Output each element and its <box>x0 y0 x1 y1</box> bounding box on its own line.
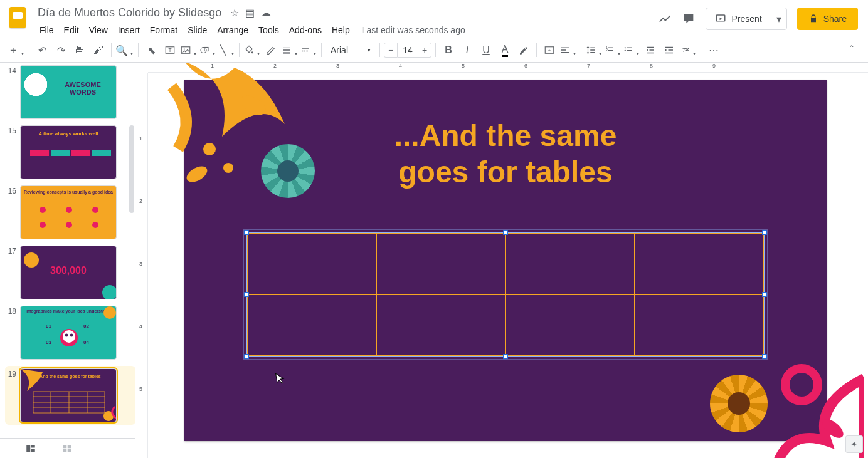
border-dash-button[interactable] <box>300 41 317 59</box>
cloud-status-icon[interactable]: ☁ <box>261 7 271 19</box>
star-icon[interactable]: ☆ <box>230 7 239 19</box>
slide-thumb-18[interactable]: 18 Infographics make your idea understab… <box>5 306 135 360</box>
slide-canvas[interactable]: ...And the same goes for tables <box>184 80 827 441</box>
border-weight-button[interactable] <box>281 41 299 59</box>
svg-rect-68 <box>31 445 35 447</box>
slide-table-selected[interactable] <box>246 232 765 357</box>
move-folder-icon[interactable]: ▤ <box>245 7 255 19</box>
print-button[interactable]: 🖶 <box>71 41 88 59</box>
decoration-flower-orange <box>714 378 764 429</box>
panel-scrollbar[interactable] <box>129 125 134 213</box>
align-button[interactable] <box>559 41 577 59</box>
indent-decrease-button[interactable] <box>642 41 659 59</box>
filmstrip-view-icon[interactable] <box>25 443 36 454</box>
new-slide-button[interactable]: ＋ <box>8 41 25 59</box>
more-tools-button[interactable]: ⋯ <box>705 41 722 59</box>
present-dropdown[interactable]: ▾ <box>771 8 786 29</box>
comments-icon[interactable] <box>682 12 696 26</box>
menu-format[interactable]: Format <box>146 23 182 38</box>
menu-insert[interactable]: Insert <box>114 23 144 38</box>
font-family-label: Arial <box>331 45 348 55</box>
slide-thumb-17[interactable]: 17 300,000 <box>5 246 135 299</box>
svg-rect-41 <box>92 150 111 156</box>
highlight-button[interactable] <box>515 41 532 59</box>
activity-icon[interactable] <box>658 12 672 26</box>
svg-point-5 <box>201 48 206 53</box>
present-button[interactable]: Present <box>706 13 770 24</box>
slides-logo[interactable] <box>5 5 30 30</box>
svg-point-44 <box>92 207 98 213</box>
explore-button[interactable]: ✦ <box>845 435 863 453</box>
grid-view-icon[interactable] <box>61 443 73 454</box>
last-edit-link[interactable]: Last edit was seconds ago <box>362 25 465 35</box>
italic-button[interactable]: I <box>458 41 476 59</box>
slide-thumb-19[interactable]: 19 ...And the same goes for tables <box>5 366 135 425</box>
svg-text:T: T <box>168 48 171 53</box>
font-size-increase[interactable]: + <box>418 43 431 58</box>
menu-tools[interactable]: Tools <box>254 23 283 38</box>
slide-panel[interactable]: 14 AWESOME WORDS 15 A time always works … <box>0 63 135 458</box>
svg-text:04: 04 <box>83 340 89 345</box>
line-spacing-button[interactable] <box>585 41 603 59</box>
svg-point-56 <box>65 334 68 337</box>
svg-point-55 <box>63 330 75 343</box>
font-size-control: − + <box>384 43 431 58</box>
paint-format-button[interactable]: 🖌 <box>90 41 107 59</box>
svg-point-46 <box>66 222 72 228</box>
select-tool[interactable]: ⬉ <box>142 41 160 59</box>
svg-rect-40 <box>71 150 90 156</box>
menu-help[interactable]: Help <box>327 23 354 38</box>
app-header: Día de Muertos Colorido by Slidesgo ☆ ▤ … <box>0 0 868 38</box>
menu-view[interactable]: View <box>85 23 112 38</box>
slide-thumb-15[interactable]: 15 A time always works well <box>5 125 135 179</box>
present-button-group: Present ▾ <box>706 8 786 30</box>
svg-rect-72 <box>63 449 66 452</box>
title-area: Día de Muertos Colorido by Slidesgo ☆ ▤ … <box>35 5 658 38</box>
bold-button[interactable]: B <box>440 41 457 59</box>
svg-point-26 <box>625 50 626 51</box>
slide-thumb-16[interactable]: 16 Reviewing concepts is usually a good … <box>5 185 135 239</box>
textbox-tool[interactable]: T <box>161 41 179 59</box>
menu-edit[interactable]: Edit <box>60 23 83 38</box>
fill-color-button[interactable] <box>243 41 261 59</box>
redo-button[interactable]: ↷ <box>52 41 70 59</box>
bulleted-list-button[interactable] <box>623 41 640 59</box>
share-button[interactable]: Share <box>797 8 858 30</box>
clear-formatting-button[interactable]: T <box>679 41 697 59</box>
lock-icon <box>808 14 818 24</box>
numbered-list-button[interactable]: 12 <box>604 41 622 59</box>
slide-thumb-14[interactable]: 14 AWESOME WORDS <box>5 65 135 119</box>
svg-text:02: 02 <box>83 323 89 329</box>
font-size-input[interactable] <box>398 43 418 58</box>
undo-button[interactable]: ↶ <box>33 41 51 59</box>
menu-slide[interactable]: Slide <box>183 23 211 38</box>
menu-addons[interactable]: Add-ons <box>285 23 326 38</box>
image-tool[interactable] <box>180 41 198 59</box>
present-label: Present <box>731 14 761 24</box>
menu-bar: File Edit View Insert Format Slide Arran… <box>35 23 658 38</box>
text-color-button[interactable]: A <box>496 41 514 59</box>
share-label: Share <box>823 14 847 24</box>
present-icon <box>715 13 726 24</box>
slide-table[interactable] <box>247 233 764 356</box>
zoom-button[interactable]: 🔍 <box>115 41 134 59</box>
menu-file[interactable]: File <box>35 23 58 38</box>
svg-point-47 <box>92 222 98 228</box>
svg-rect-67 <box>26 445 30 452</box>
underline-button[interactable]: U <box>477 41 495 59</box>
collapse-toolbar-button[interactable]: ˆ <box>843 41 860 59</box>
insert-link-button[interactable]: + <box>541 41 558 59</box>
svg-text:T: T <box>682 46 687 53</box>
menu-arrange[interactable]: Arrange <box>213 23 253 38</box>
border-color-button[interactable] <box>262 41 280 59</box>
slide-title[interactable]: ...And the same goes for tables <box>184 118 827 190</box>
canvas-area[interactable]: 1 2 3 4 5 6 7 8 9 1 2 3 4 5 <box>135 63 868 458</box>
document-title[interactable]: Día de Muertos Colorido by Slidesgo <box>35 5 224 21</box>
svg-rect-39 <box>51 150 70 156</box>
line-tool[interactable]: ╲ <box>218 41 235 59</box>
font-family-select[interactable]: Arial▾ <box>326 41 376 59</box>
indent-increase-button[interactable] <box>660 41 678 59</box>
font-size-decrease[interactable]: − <box>384 43 398 58</box>
shape-tool[interactable] <box>199 41 216 59</box>
svg-point-25 <box>625 47 626 48</box>
